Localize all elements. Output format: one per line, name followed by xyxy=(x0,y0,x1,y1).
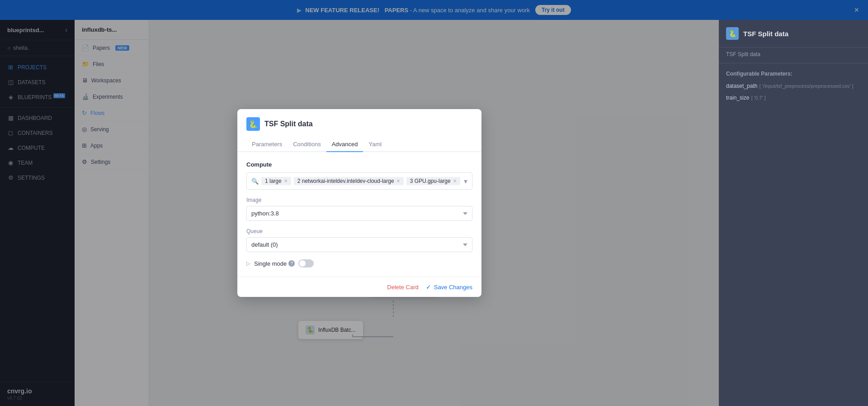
single-mode-help-icon[interactable]: ? xyxy=(288,260,295,267)
single-mode-toggle[interactable] xyxy=(298,259,314,267)
dialog-title: TSF Split data xyxy=(264,120,313,128)
image-group: Image python:3.8 xyxy=(246,197,472,221)
single-mode-row: ▷ Single mode ? xyxy=(246,259,472,267)
tab-advanced[interactable]: Advanced xyxy=(326,137,363,152)
image-select[interactable]: python:3.8 xyxy=(246,206,472,221)
modal-right-panel-icon: 🐍 xyxy=(726,27,739,40)
tab-conditions[interactable]: Conditions xyxy=(288,137,326,152)
tab-parameters[interactable]: Parameters xyxy=(246,137,288,152)
modal-right-panel: 🐍 TSF Split data TSF Split data Configur… xyxy=(719,20,868,406)
dialog-footer: Delete Card ✓ Save Changes xyxy=(237,277,481,297)
modal-right-panel-params: Configurable Parameters: dataset_path [ … xyxy=(719,63,868,112)
dialog-header: 🐍 TSF Split data xyxy=(237,109,481,131)
modal-right-panel-title: TSF Split data xyxy=(743,30,788,38)
compute-tag-3-remove[interactable]: × xyxy=(453,178,457,184)
delete-card-button[interactable]: Delete Card xyxy=(387,284,418,291)
compute-tags-chevron[interactable]: ▾ xyxy=(464,177,467,186)
dialog-header-icon: 🐍 xyxy=(246,117,260,131)
single-mode-label: Single mode ? xyxy=(254,260,295,267)
single-mode-play-icon: ▷ xyxy=(246,260,250,267)
modal-param-dataset-path: dataset_path [ '/input/tsf_preprocess/pr… xyxy=(726,81,861,90)
compute-tag-3: 3 GPU.gpu-large × xyxy=(406,177,460,185)
save-check-icon: ✓ xyxy=(426,283,431,291)
queue-select[interactable]: default (0) xyxy=(246,237,472,252)
dialog-body: Compute 🔍 1 large × 2 networkai-inteldev… xyxy=(237,152,481,277)
tab-yaml[interactable]: Yaml xyxy=(363,137,387,152)
compute-tag-2-remove[interactable]: × xyxy=(397,178,400,184)
compute-tag-1: 1 large × xyxy=(261,177,291,185)
tsf-split-dialog: 🐍 TSF Split data Parameters Conditions A… xyxy=(237,109,481,297)
modal-overlay: 🐍 TSF Split data TSF Split data Configur… xyxy=(0,0,868,406)
compute-search-icon: 🔍 xyxy=(251,178,259,185)
modal-param-train-size: train_size [ '0.7' ] xyxy=(726,93,861,101)
queue-group: Queue default (0) xyxy=(246,228,472,252)
compute-title: Compute xyxy=(246,161,472,168)
compute-tag-1-remove[interactable]: × xyxy=(284,178,288,184)
modal-configurable-title: Configurable Parameters: xyxy=(726,71,861,77)
modal-right-panel-subtitle: TSF Split data xyxy=(719,48,868,63)
compute-tags-container[interactable]: 🔍 1 large × 2 networkai-inteldev.intelde… xyxy=(246,172,472,190)
queue-label: Queue xyxy=(246,228,472,234)
image-label: Image xyxy=(246,197,472,203)
compute-tag-2: 2 networkai-inteldev.inteldev-cloud-larg… xyxy=(294,177,404,185)
dialog-tabs: Parameters Conditions Advanced Yaml xyxy=(237,137,481,152)
toggle-knob xyxy=(299,260,306,267)
compute-group: Compute 🔍 1 large × 2 networkai-inteldev… xyxy=(246,161,472,190)
save-changes-button[interactable]: ✓ Save Changes xyxy=(426,283,472,291)
